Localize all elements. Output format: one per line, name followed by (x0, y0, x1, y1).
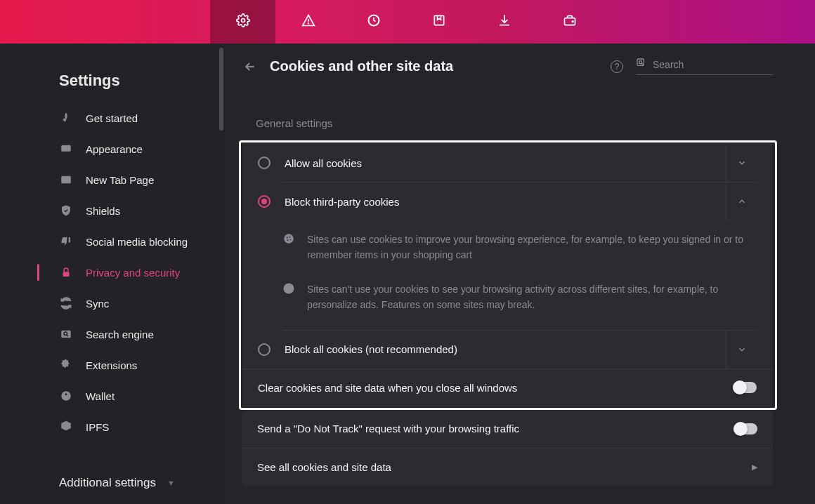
option-label: Allow all cookies (285, 157, 719, 169)
option-block-all[interactable]: Block all cookies (not recommended) (242, 331, 772, 369)
sidebar-item-label: Social media blocking (86, 236, 188, 248)
appearance-icon (59, 142, 73, 156)
sidebar-item-label: Appearance (86, 143, 143, 155)
bookmark-icon (432, 13, 446, 30)
svg-point-23 (284, 234, 294, 244)
svg-rect-9 (66, 147, 70, 148)
clear-on-close-row: Clear cookies and site data when you clo… (242, 369, 772, 406)
sidebar-title: Settings (0, 72, 225, 102)
sidebar-item-label: Get started (86, 112, 138, 124)
header-right: ? (611, 58, 773, 75)
svg-point-2 (308, 23, 308, 24)
thumbs-down-icon (59, 234, 73, 248)
svg-point-24 (287, 237, 288, 239)
svg-point-27 (289, 239, 291, 241)
tab-bookmarks[interactable] (406, 0, 471, 44)
svg-rect-14 (63, 272, 70, 277)
svg-point-26 (287, 239, 289, 241)
link-label: See all cookies and site data (257, 461, 752, 473)
cookie-options-block: Allow all cookies Block third-party cook… (242, 144, 772, 406)
sidebar-item-get-started[interactable]: Get started (0, 102, 225, 133)
detail-row: Sites can use cookies to improve your br… (282, 225, 757, 274)
radio-allow-all[interactable] (258, 157, 270, 169)
additional-settings-label: Additional settings (59, 476, 156, 490)
svg-rect-4 (434, 15, 443, 25)
option-label: Block all cookies (not recommended) (285, 343, 719, 355)
history-icon (367, 13, 381, 30)
tab-wallet[interactable] (537, 0, 602, 44)
back-button[interactable] (242, 58, 259, 75)
svg-rect-15 (61, 331, 71, 338)
cube-icon (59, 420, 73, 434)
see-all-cookies-row[interactable]: See all cookies and site data ▶ (242, 448, 773, 486)
top-toolbar (0, 0, 815, 44)
tab-settings[interactable] (210, 0, 275, 44)
option-allow-all[interactable]: Allow all cookies (242, 144, 772, 182)
chevron-down-icon: ▼ (167, 479, 175, 487)
sidebar-item-label: Extensions (86, 359, 137, 371)
more-settings-block: Send a "Do Not Track" request with your … (242, 410, 773, 486)
download-icon (497, 13, 511, 30)
briefcase-icon (563, 13, 577, 30)
shield-icon (59, 204, 73, 218)
rocket-icon (59, 111, 73, 125)
sidebar-item-extensions[interactable]: Extensions (0, 350, 225, 380)
sidebar-item-label: Wallet (86, 390, 115, 402)
search-field[interactable] (636, 58, 773, 75)
chevron-right-icon: ▶ (752, 463, 757, 472)
sidebar-item-label: Shields (86, 205, 120, 217)
svg-point-18 (61, 391, 71, 401)
sidebar-item-sync[interactable]: Sync (0, 288, 225, 319)
tab-history[interactable] (341, 0, 406, 44)
sidebar-item-label: New Tab Page (86, 174, 154, 186)
svg-point-25 (289, 237, 291, 238)
sidebar-item-appearance[interactable]: Appearance (0, 133, 225, 164)
additional-settings[interactable]: Additional settings ▼ (59, 476, 175, 490)
tab-warnings[interactable] (275, 0, 341, 44)
sidebar-item-label: Search engine (86, 329, 154, 340)
help-button[interactable]: ? (611, 60, 623, 73)
svg-point-6 (572, 21, 573, 22)
sidebar-item-shields[interactable]: Shields (0, 195, 225, 226)
svg-point-21 (639, 61, 642, 64)
extension-icon (59, 358, 73, 372)
page-header: Cookies and other site data ? (242, 58, 773, 75)
main-panel: Cookies and other site data ? General se… (225, 44, 815, 504)
radio-block-third-party[interactable] (258, 195, 270, 208)
toggle-label: Clear cookies and site data when you clo… (258, 382, 733, 394)
svg-rect-7 (61, 145, 71, 152)
svg-point-8 (63, 147, 65, 149)
warning-icon (301, 13, 315, 30)
sidebar-item-wallet[interactable]: Wallet (0, 380, 225, 411)
option-block-third-party[interactable]: Block third-party cookies (242, 183, 772, 220)
sidebar-item-search[interactable]: Search engine (0, 319, 225, 350)
content: Settings Get started Appearance New Tab … (0, 44, 815, 504)
new-tab-icon (59, 173, 73, 187)
sidebar: Settings Get started Appearance New Tab … (0, 44, 225, 504)
svg-rect-10 (66, 149, 68, 150)
sidebar-item-label: Sync (86, 298, 109, 310)
sidebar-item-label: IPFS (86, 421, 109, 433)
page-title: Cookies and other site data (270, 58, 453, 74)
sidebar-item-social-blocking[interactable]: Social media blocking (0, 226, 225, 257)
do-not-track-toggle[interactable] (734, 423, 757, 435)
toggle-label: Send a "Do Not Track" request with your … (257, 423, 734, 435)
detail-text: Sites can use cookies to improve your br… (307, 232, 757, 263)
sidebar-item-new-tab[interactable]: New Tab Page (0, 164, 225, 195)
collapse-button[interactable] (726, 183, 757, 220)
sidebar-item-privacy[interactable]: Privacy and security (0, 257, 225, 288)
radio-block-all[interactable] (258, 343, 270, 356)
expand-button[interactable] (726, 331, 757, 369)
do-not-track-row: Send a "Do Not Track" request with your … (242, 410, 773, 448)
tab-downloads[interactable] (471, 0, 537, 44)
sidebar-item-ipfs[interactable]: IPFS (0, 411, 225, 442)
svg-point-0 (241, 19, 244, 22)
search-icon-box (636, 58, 647, 72)
clear-on-close-toggle[interactable] (733, 382, 757, 393)
search-input[interactable] (653, 59, 773, 70)
svg-point-19 (65, 393, 67, 395)
expand-button[interactable] (726, 144, 757, 182)
detail-row: Sites can't use your cookies to see your… (282, 274, 757, 324)
sidebar-item-label: Privacy and security (86, 267, 180, 279)
lock-icon (59, 265, 73, 279)
